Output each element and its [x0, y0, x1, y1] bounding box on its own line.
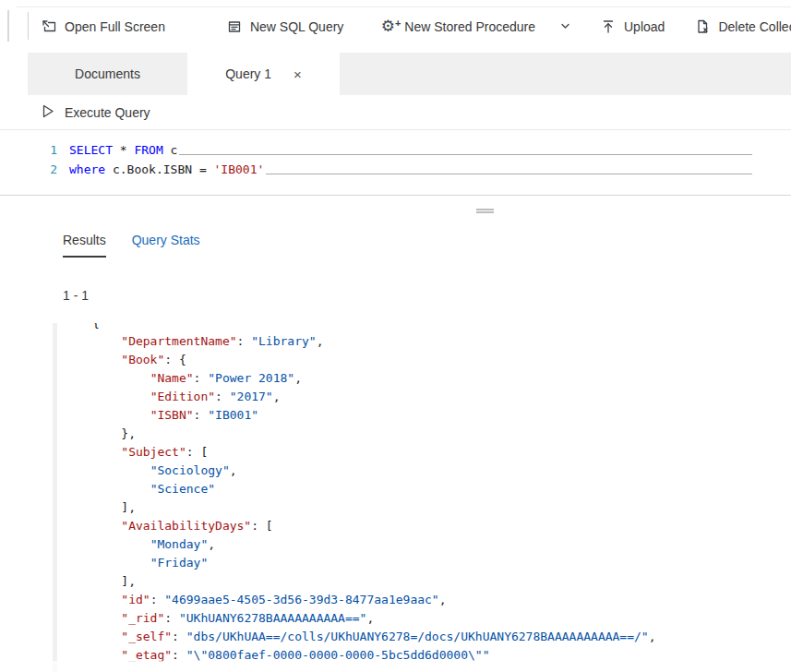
code-token: ,	[208, 535, 215, 554]
code-line: {	[92, 323, 791, 332]
code-token: },	[92, 425, 136, 443]
code-token: ,	[317, 332, 324, 351]
upload-icon	[600, 18, 617, 35]
code-token	[92, 332, 121, 351]
code-line: "Sociology",	[92, 462, 791, 480]
new-sql-query-button[interactable]: New SQL Query	[226, 18, 343, 35]
code-token: "Name"	[150, 369, 194, 388]
code-token: 'IB001'	[214, 160, 265, 179]
tab-documents-label: Documents	[75, 66, 140, 81]
code-token	[92, 480, 150, 498]
code-token: "Power 2018"	[208, 369, 294, 388]
new-sql-query-label: New SQL Query	[250, 19, 343, 34]
line-filler	[179, 140, 752, 155]
data-explorer-pane: Open Full Screen New SQL Query ⚙ + New S…	[0, 0, 791, 672]
tab-results-label: Results	[63, 233, 106, 247]
code-token	[92, 351, 121, 369]
open-full-screen-button[interactable]: Open Full Screen	[41, 18, 165, 35]
code-line: "id": "4699aae5-4505-3d56-39d3-8477aa1e9…	[92, 591, 791, 609]
code-token: :	[150, 591, 165, 609]
code-token: FROM	[134, 140, 162, 160]
json-document: { "DepartmentName": "Library", "Book": {…	[0, 323, 791, 665]
code-line: "_rid": "UKhUANY6278BAAAAAAAAAA==",	[92, 609, 791, 628]
line-number: 2	[0, 160, 57, 179]
code-token: ],	[92, 572, 136, 591]
chevron-down-icon	[560, 18, 570, 35]
more-commands-dropdown[interactable]	[560, 18, 570, 35]
code-line: },	[92, 425, 791, 443]
execute-play-icon	[39, 102, 56, 123]
code-token: ,	[649, 628, 656, 646]
delete-collection-label: Delete Collection	[718, 19, 791, 34]
code-line: "Name": "Power 2018",	[92, 369, 791, 388]
code-line: "_self": "dbs/UKhUAA==/colls/UKhUANY6278…	[92, 628, 791, 646]
code-token: "DepartmentName"	[121, 332, 236, 351]
code-line: "Subject": [	[92, 443, 791, 462]
pane-splitter	[0, 196, 791, 229]
code-line: ],	[92, 572, 791, 591]
code-token: *	[113, 140, 134, 160]
code-token: : [	[251, 517, 272, 535]
stored-procedure-gear-icon: ⚙ +	[378, 18, 397, 36]
code-token: ],	[92, 498, 136, 517]
tab-query-stats[interactable]: Query Stats	[132, 233, 200, 258]
code-token: "Monday"	[150, 535, 209, 554]
sql-query-editor[interactable]: 1SELECT * FROM c2where c.Book.ISBN = 'IB…	[0, 130, 791, 196]
query-command-row: Execute Query	[0, 95, 791, 130]
tab-query-1[interactable]: Query 1 ×	[187, 53, 340, 95]
code-token: "Book"	[121, 351, 164, 369]
new-stored-procedure-label: New Stored Procedure	[404, 19, 535, 34]
code-token: ,	[273, 388, 281, 406]
line-number: 1	[0, 140, 57, 160]
code-token: c.Book.ISBN =	[105, 160, 213, 179]
close-tab-icon[interactable]: ×	[294, 67, 302, 81]
code-token: :	[194, 369, 209, 388]
code-token: where	[69, 160, 105, 179]
code-token: "4699aae5-4505-3d56-39d3-8477aa1e9aac"	[164, 591, 438, 609]
editor-gutter	[53, 323, 57, 672]
code-token: "UKhUANY6278BAAAAAAAAAA=="	[179, 609, 367, 628]
delete-collection-button[interactable]: Delete Collection	[694, 18, 791, 35]
code-token: ,	[230, 462, 237, 480]
code-token: "id"	[121, 591, 150, 609]
code-token	[92, 462, 150, 480]
results-range-label: 1 - 1	[63, 288, 89, 303]
code-token	[92, 535, 150, 554]
execute-query-button[interactable]: Execute Query	[65, 105, 150, 120]
new-stored-procedure-button[interactable]: ⚙ + New Stored Procedure	[378, 18, 535, 36]
code-line: "Book": {	[92, 351, 791, 369]
code-token: ,	[439, 591, 447, 609]
code-line: "Monday",	[92, 535, 791, 554]
gear-plus-badge: +	[395, 14, 401, 32]
code-token: "2017"	[230, 388, 273, 406]
code-token: : [	[186, 443, 208, 462]
code-token	[92, 554, 150, 572]
results-json-viewer[interactable]: { "DepartmentName": "Library", "Book": {…	[0, 323, 791, 672]
tab-results[interactable]: Results	[63, 233, 106, 258]
delete-collection-icon	[694, 18, 711, 35]
splitter-drag-handle-icon[interactable]	[476, 209, 494, 213]
code-token: "AvailabilityDays"	[121, 517, 251, 535]
tab-documents[interactable]: Documents	[28, 53, 187, 95]
code-token: {	[92, 323, 100, 332]
code-token	[92, 443, 121, 462]
command-bar: Open Full Screen New SQL Query ⚙ + New S…	[0, 7, 791, 46]
code-token: "Library"	[251, 332, 316, 351]
new-sql-query-icon	[226, 18, 243, 35]
code-token	[92, 369, 150, 388]
code-token	[92, 406, 150, 425]
upload-button[interactable]: Upload	[600, 18, 665, 35]
code-token: "Sociology"	[150, 462, 230, 480]
code-token	[92, 609, 121, 628]
gear-glyph: ⚙	[381, 18, 395, 35]
open-tabs-strip: Documents Query 1 ×	[28, 53, 791, 95]
open-full-screen-label: Open Full Screen	[65, 19, 165, 34]
code-token: c	[163, 140, 178, 160]
clipped-edge	[0, 661, 791, 672]
code-token: ,	[366, 609, 374, 628]
code-line: "Friday"	[92, 554, 791, 572]
line-filler	[266, 160, 752, 174]
code-token: :	[215, 388, 230, 406]
code-line: "DepartmentName": "Library",	[92, 332, 791, 351]
code-line: "Science"	[92, 480, 791, 498]
